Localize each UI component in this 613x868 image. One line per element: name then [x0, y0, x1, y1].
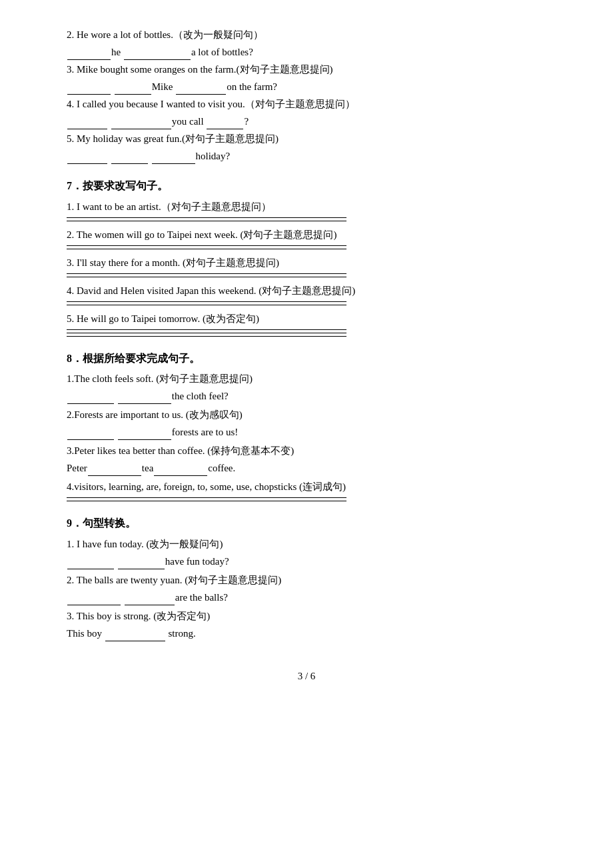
s7-problem-1: 1. I want to be an artist.（对句子主题意思提问） [67, 199, 546, 215]
section-9-title: 9．句型转换。 [67, 515, 546, 532]
sentence-5: 5. My holiday was great fun.(对句子主题意思提问) [67, 131, 546, 147]
page-number: 3 / 6 [298, 671, 316, 681]
s8-problem-4: 4.visitors, learning, are, foreign, to, … [67, 479, 546, 495]
s8-answer-4 [67, 497, 546, 501]
section-8: 8．根据所给要求完成句子。 1.The cloth feels soft. (对… [67, 350, 546, 502]
s7-problem-3: 3. I'll stay there for a month. (对句子主题意思… [67, 255, 546, 271]
s7-answer-5 [67, 329, 546, 337]
s7-problem-5: 5. He will go to Taipei tomorrow. (改为否定句… [67, 311, 546, 327]
section-9: 9．句型转换。 1. I have fun today. (改为一般疑问句) h… [67, 515, 546, 641]
sentence-3-answer: Mike on the farm? [67, 79, 546, 95]
s7-problem-2: 2. The women will go to Taipei next week… [67, 227, 546, 243]
s7-answer-1 [67, 217, 546, 221]
s7-problem-4: 4. David and Helen visited Japan this we… [67, 283, 546, 299]
s7-answer-2 [67, 245, 546, 249]
sentence-2: 2. He wore a lot of bottles.（改为一般疑问句） [67, 27, 546, 43]
s8-answer-1: the cloth feel? [67, 388, 546, 404]
section-8-title: 8．根据所给要求完成句子。 [67, 350, 546, 367]
sentence-5-answer: holiday? [67, 148, 546, 164]
s9-problem-3: 3. This boy is strong. (改为否定句) [67, 608, 546, 624]
sentence-4: 4. I called you because I wanted to visi… [67, 96, 546, 112]
s8-problem-3: 3.Peter likes tea better than coffee. (保… [67, 443, 546, 459]
s7-answer-4 [67, 301, 546, 305]
s9-answer-3: This boy strong. [67, 625, 546, 641]
continuation-sentences: 2. He wore a lot of bottles.（改为一般疑问句） he… [67, 27, 546, 164]
s9-answer-2: are the balls? [67, 589, 546, 605]
sentence-4-answer: you call ? [67, 113, 546, 129]
section-7: 7．按要求改写句子。 1. I want to be an artist.（对句… [67, 177, 546, 337]
page-footer: 3 / 6 [67, 668, 546, 684]
s8-answer-2: forests are to us! [67, 424, 546, 440]
s9-problem-2: 2. The balls are twenty yuan. (对句子主题意思提问… [67, 572, 546, 588]
s9-answer-1: have fun today? [67, 553, 546, 569]
s9-problem-1: 1. I have fun today. (改为一般疑问句) [67, 536, 546, 552]
s8-problem-1: 1.The cloth feels soft. (对句子主题意思提问) [67, 371, 546, 387]
s7-answer-3 [67, 273, 546, 277]
sentence-3: 3. Mike bought some oranges on the farm.… [67, 61, 546, 77]
s8-answer-3: Peterteacoffee. [67, 460, 546, 476]
s8-problem-2: 2.Forests are important to us. (改为感叹句) [67, 407, 546, 423]
section-7-title: 7．按要求改写句子。 [67, 177, 546, 195]
sentence-2-answer: he a lot of bottles? [67, 44, 546, 60]
